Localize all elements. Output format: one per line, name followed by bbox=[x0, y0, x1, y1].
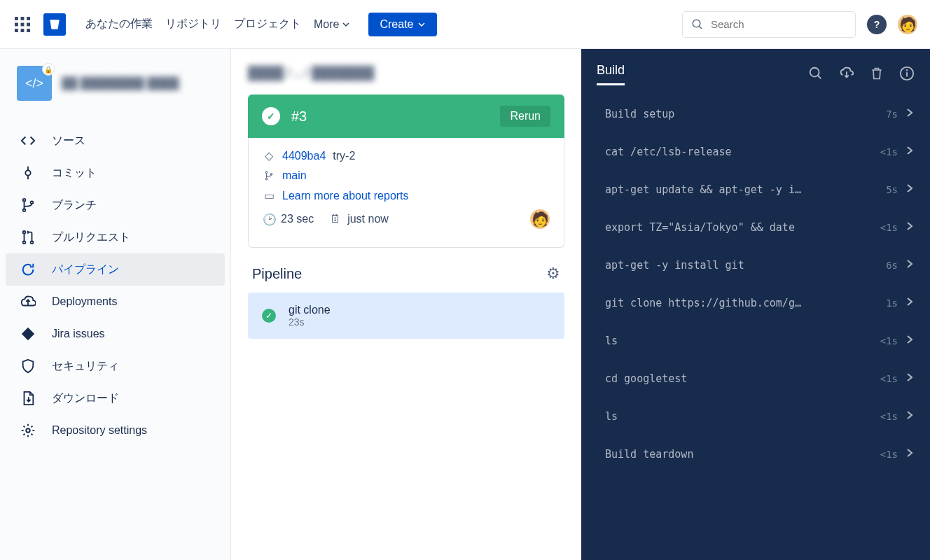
run-author-avatar[interactable]: 🧑 bbox=[530, 209, 550, 229]
create-button[interactable]: Create bbox=[368, 13, 437, 36]
log-line[interactable]: Build setup7s bbox=[591, 95, 920, 133]
svg-point-9 bbox=[693, 20, 700, 27]
svg-point-17 bbox=[23, 231, 26, 234]
sidebar-item-gear[interactable]: Repository settings bbox=[6, 414, 225, 447]
log-command: Build setup bbox=[605, 108, 886, 120]
log-duration: <1s bbox=[880, 449, 898, 460]
sidebar-item-refresh[interactable]: パイプライン bbox=[6, 253, 225, 286]
calendar-icon: 🗓 bbox=[329, 213, 342, 225]
clock-icon: 🕑 bbox=[263, 213, 275, 226]
duration: 23 sec bbox=[281, 213, 314, 225]
nav-your-work[interactable]: あなたの作業 bbox=[85, 17, 153, 31]
svg-point-22 bbox=[265, 178, 267, 180]
sidebar-item-label: ダウンロード bbox=[52, 391, 119, 406]
svg-point-18 bbox=[23, 241, 26, 244]
pr-icon bbox=[20, 230, 36, 245]
commit-hash-link[interactable]: 4409ba4 bbox=[282, 150, 326, 162]
help-icon[interactable]: ? bbox=[867, 15, 887, 34]
svg-rect-4 bbox=[21, 22, 25, 26]
svg-rect-8 bbox=[27, 29, 30, 32]
main-content: ████ / .. / ███████ ✓ #3 Rerun ◇ 4409ba4… bbox=[231, 49, 581, 560]
download-log-icon[interactable] bbox=[839, 66, 854, 83]
chevron-right-icon bbox=[906, 448, 913, 461]
chevron-right-icon bbox=[906, 146, 913, 158]
svg-point-23 bbox=[270, 174, 272, 175]
reports-link[interactable]: Learn more about reports bbox=[282, 190, 409, 202]
nav-more-button[interactable]: More bbox=[314, 18, 350, 31]
log-command: cat /etc/lsb-release bbox=[605, 146, 880, 158]
log-command: export TZ="Asia/Tokyo" && date bbox=[605, 221, 880, 234]
log-duration: <1s bbox=[880, 373, 898, 384]
sidebar-item-branch[interactable]: ブランチ bbox=[6, 189, 225, 221]
log-line[interactable]: ls<1s bbox=[591, 398, 920, 435]
step-success-icon: ✓ bbox=[262, 309, 276, 323]
chevron-right-icon bbox=[906, 108, 913, 120]
svg-point-19 bbox=[31, 241, 34, 244]
sidebar-item-cloud[interactable]: Deployments bbox=[6, 286, 225, 318]
search-field[interactable] bbox=[711, 18, 847, 30]
log-command: cd googletest bbox=[605, 372, 880, 385]
pipeline-details: ◇ 4409ba4 try-2 main ▭ Learn more about … bbox=[248, 138, 564, 248]
pipeline-step[interactable]: ✓ git clone 23s bbox=[248, 293, 564, 339]
sidebar-item-download[interactable]: ダウンロード bbox=[6, 382, 225, 414]
reports-icon: ▭ bbox=[263, 189, 275, 202]
sidebar-item-label: Deployments bbox=[52, 295, 117, 308]
sidebar-item-label: セキュリティ bbox=[52, 359, 119, 374]
sidebar-item-label: ブランチ bbox=[52, 198, 97, 213]
svg-rect-2 bbox=[27, 17, 30, 20]
pipeline-section-title: Pipeline bbox=[252, 266, 302, 282]
sidebar-item-label: ソース bbox=[52, 134, 85, 148]
step-name: git clone bbox=[289, 304, 331, 316]
nav-repositories[interactable]: リポジトリ bbox=[165, 17, 221, 31]
log-search-icon[interactable] bbox=[808, 66, 824, 83]
branch-icon bbox=[20, 197, 36, 213]
sidebar-item-shield[interactable]: セキュリティ bbox=[6, 350, 225, 382]
bitbucket-logo-icon[interactable] bbox=[43, 13, 66, 36]
log-line[interactable]: Build teardown<1s bbox=[591, 435, 920, 473]
log-line[interactable]: apt-get update && apt-get -y i…5s bbox=[591, 171, 920, 209]
svg-rect-5 bbox=[27, 22, 30, 26]
search-input[interactable] bbox=[682, 11, 856, 38]
log-line[interactable]: cd googletest<1s bbox=[591, 360, 920, 398]
sidebar-item-label: Repository settings bbox=[52, 424, 147, 437]
log-duration: 6s bbox=[886, 260, 898, 271]
pipeline-settings-icon[interactable]: ⚙ bbox=[546, 265, 560, 283]
sidebar-item-code[interactable]: ソース bbox=[6, 125, 225, 157]
log-duration: <1s bbox=[880, 222, 898, 233]
log-line[interactable]: git clone https://github.com/g…1s bbox=[591, 284, 920, 322]
nav-projects[interactable]: プロジェクト bbox=[234, 17, 301, 31]
sidebar-item-jira[interactable]: Jira issues bbox=[6, 318, 225, 350]
chevron-right-icon bbox=[906, 259, 913, 272]
svg-point-15 bbox=[23, 209, 26, 212]
sidebar-item-pr[interactable]: プルリクエスト bbox=[6, 221, 225, 253]
left-sidebar: </> 🔒 ██ ████████ ████ ソースコミットブランチプルリクエス… bbox=[0, 49, 231, 560]
lock-icon: 🔒 bbox=[42, 63, 55, 76]
log-line[interactable]: cat /etc/lsb-release<1s bbox=[591, 133, 920, 171]
log-line[interactable]: ls<1s bbox=[591, 322, 920, 360]
branch-link[interactable]: main bbox=[282, 169, 307, 182]
sidebar-item-label: Jira issues bbox=[52, 328, 105, 340]
step-duration: 23s bbox=[289, 316, 331, 328]
rerun-button[interactable]: Rerun bbox=[500, 106, 550, 127]
log-line[interactable]: apt-get -y install git6s bbox=[591, 246, 920, 284]
finished-time: just now bbox=[347, 213, 389, 225]
repo-name: ██ ████████ ████ bbox=[62, 77, 179, 90]
log-duration: 7s bbox=[886, 108, 898, 120]
svg-point-28 bbox=[907, 69, 908, 70]
info-icon[interactable] bbox=[899, 66, 915, 83]
log-line[interactable]: export TZ="Asia/Tokyo" && date<1s bbox=[591, 209, 920, 246]
run-number: #3 bbox=[291, 108, 307, 125]
log-command: git clone https://github.com/g… bbox=[605, 297, 886, 309]
delete-log-icon[interactable] bbox=[870, 66, 884, 83]
app-switcher-icon[interactable] bbox=[13, 15, 32, 34]
build-tab[interactable]: Build bbox=[597, 63, 625, 85]
svg-line-25 bbox=[818, 75, 821, 78]
pipeline-status-banner: ✓ #3 Rerun bbox=[248, 94, 564, 138]
log-command: ls bbox=[605, 410, 880, 423]
chevron-right-icon bbox=[906, 297, 913, 309]
svg-rect-7 bbox=[21, 29, 25, 32]
jira-icon bbox=[20, 326, 36, 342]
user-avatar[interactable]: 🧑 bbox=[898, 15, 917, 34]
sidebar-item-commit[interactable]: コミット bbox=[6, 157, 225, 189]
chevron-right-icon bbox=[906, 372, 913, 385]
